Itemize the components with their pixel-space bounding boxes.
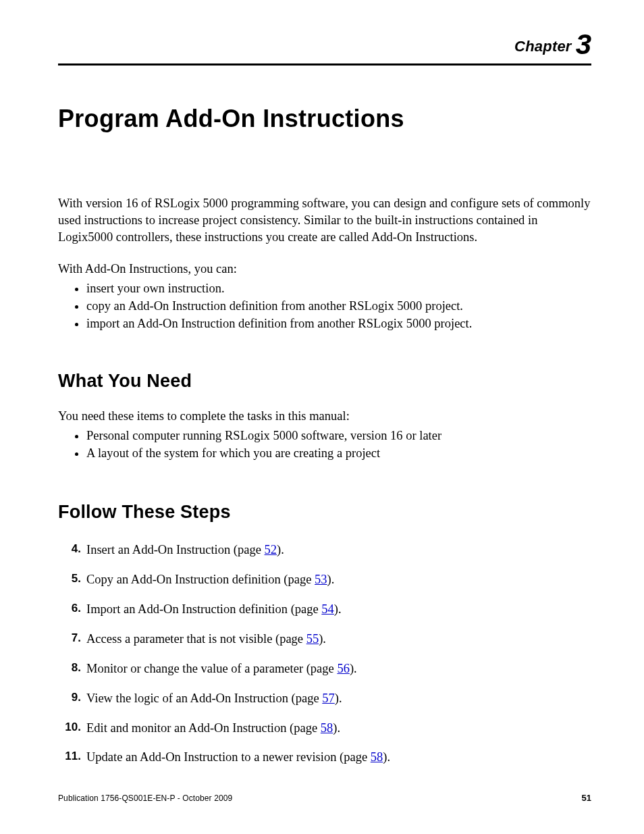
step-number: 10. [58,720,81,735]
step-item: 8. Monitor or change the value of a para… [58,660,591,677]
step-item: 9. View the logic of an Add-On Instructi… [58,690,591,707]
step-text-post: ). [319,632,326,646]
page-link[interactable]: 56 [337,662,350,675]
step-text-pre: Monitor or change the value of a paramet… [86,662,337,675]
intro-bullet-list: insert your own instruction. copy an Add… [86,280,591,333]
step-text-pre: Insert an Add-On Instruction (page [86,543,265,556]
intro-bullet-item: import an Add-On Instruction definition … [86,315,591,333]
need-intro: You need these items to complete the tas… [58,408,591,425]
step-text-pre: View the logic of an Add-On Instruction … [86,692,322,705]
chapter-word: Chapter [514,38,572,55]
intro-bullet-item: insert your own instruction. [86,280,591,298]
step-number: 4. [58,542,81,557]
step-text-post: ). [350,662,357,675]
step-text-post: ). [327,573,335,586]
page-link[interactable]: 57 [322,692,335,705]
step-number: 8. [58,660,81,676]
step-number: 5. [58,571,81,587]
need-bullet-item: Personal computer running RSLogix 5000 s… [86,427,591,445]
follow-steps-heading: Follow These Steps [58,502,591,523]
step-text-post: ). [334,602,342,616]
step-text-pre: Import an Add-On Instruction definition … [86,602,321,616]
step-text-pre: Edit and monitor an Add-On Instruction (… [86,721,321,735]
chapter-number: 3 [576,28,591,60]
page-link[interactable]: 55 [306,632,319,646]
step-text-post: ). [333,721,340,735]
page-title: Program Add-On Instructions [58,105,591,133]
page-link[interactable]: 53 [315,573,327,586]
page-number: 51 [582,793,591,803]
page-footer: Publication 1756-QS001E-EN-P - October 2… [58,793,591,803]
page-link[interactable]: 58 [321,721,333,735]
step-item: 5. Copy an Add-On Instruction definition… [58,571,591,588]
steps-list: 4. Insert an Add-On Instruction (page 52… [58,542,591,766]
step-text-pre: Update an Add-On Instruction to a newer … [86,750,371,764]
intro-paragraph-1: With version 16 of RSLogix 5000 programm… [58,195,591,246]
publication-info: Publication 1756-QS001E-EN-P - October 2… [58,793,232,803]
what-you-need-heading: What You Need [58,371,591,392]
step-item: 11. Update an Add-On Instruction to a ne… [58,749,591,766]
step-number: 7. [58,631,81,646]
step-item: 10. Edit and monitor an Add-On Instructi… [58,720,591,737]
header-rule [58,63,591,66]
intro-bullet-item: copy an Add-On Instruction definition fr… [86,298,591,315]
step-item: 6. Import an Add-On Instruction definiti… [58,601,591,618]
step-text-pre: Copy an Add-On Instruction definition (p… [86,573,315,586]
step-item: 7. Access a parameter that is not visibl… [58,631,591,648]
step-text-post: ). [383,750,390,764]
need-bullet-item: A layout of the system for which you are… [86,445,591,463]
intro-paragraph-2: With Add-On Instructions, you can: [58,261,591,278]
step-number: 9. [58,690,81,706]
step-text-post: ). [277,543,284,556]
step-item: 4. Insert an Add-On Instruction (page 52… [58,542,591,558]
page-link[interactable]: 52 [265,543,277,556]
page: Chapter3 Program Add-On Instructions Wit… [0,0,644,834]
page-link[interactable]: 58 [371,750,383,764]
page-link[interactable]: 54 [321,602,334,616]
step-number: 6. [58,601,81,617]
need-bullet-list: Personal computer running RSLogix 5000 s… [86,427,591,463]
step-number: 11. [58,749,81,764]
step-text-post: ). [335,692,342,705]
step-text-pre: Access a parameter that is not visible (… [86,632,306,646]
chapter-label-line: Chapter3 [58,28,591,61]
